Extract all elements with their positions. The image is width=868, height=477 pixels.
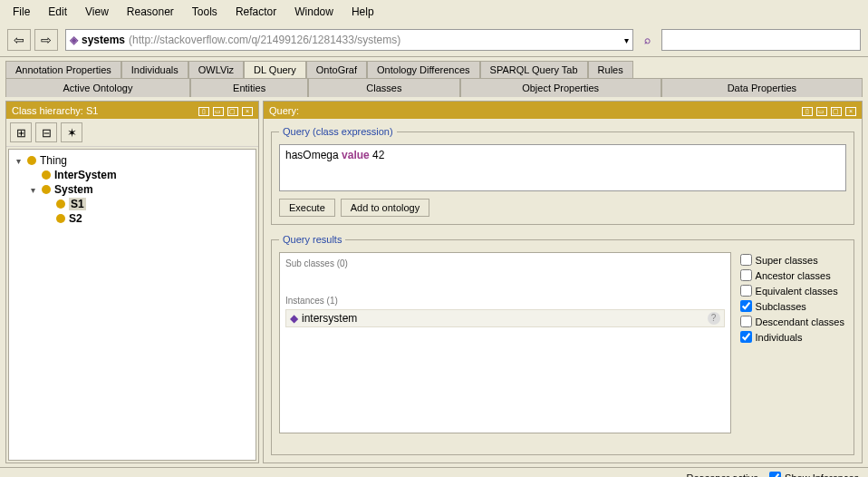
status-bar: Reasoner active Show Inferences	[0, 467, 868, 477]
check-descendant-classes[interactable]: Descendant classes	[740, 316, 844, 327]
check-label: Subclasses	[756, 301, 806, 312]
checkbox[interactable]	[740, 285, 752, 297]
checkbox[interactable]	[740, 254, 752, 266]
check-equivalent-classes[interactable]: Equivalent classes	[740, 285, 844, 297]
ontology-iri-combo[interactable]: ◈ systems (http://stackoverflow.com/q/21…	[65, 29, 633, 51]
panel-split-icon[interactable]: ▭	[213, 107, 224, 116]
tree-label: InterSystem	[54, 169, 117, 181]
tab-object-properties[interactable]: Object Properties	[460, 78, 661, 97]
ontology-iri: (http://stackoverflow.com/q/21499126/128…	[129, 34, 400, 46]
search-input[interactable]	[661, 29, 861, 51]
menu-view[interactable]: View	[76, 2, 118, 22]
tree-item-s2[interactable]: S2	[13, 211, 252, 226]
show-inferences-checkbox[interactable]	[769, 472, 781, 477]
check-ancestor-classes[interactable]: Ancestor classes	[740, 269, 844, 281]
expander-icon[interactable]: ▾	[13, 156, 24, 166]
explain-icon[interactable]: ?	[708, 312, 720, 325]
checkbox[interactable]	[740, 269, 752, 281]
checkbox[interactable]	[740, 331, 752, 343]
panel-split-icon[interactable]: ▭	[816, 107, 827, 116]
checkbox[interactable]	[740, 316, 752, 327]
nav-row: ⇦ ⇨ ◈ systems (http://stackoverflow.com/…	[0, 24, 868, 57]
tree-label: S2	[69, 212, 82, 225]
query-expression-fieldset: Query (class expression) hasOmega value …	[271, 126, 854, 225]
class-hierarchy-panel: Class hierarchy: S1 ▯ ▭ ▢ × ⊞ ⊟ ✶ ▾Thing…	[5, 101, 259, 463]
class-icon	[56, 214, 65, 223]
check-label: Equivalent classes	[756, 286, 838, 297]
menu-window[interactable]: Window	[285, 2, 342, 22]
query-panel-title: Query:	[269, 105, 801, 116]
add-sibling-button[interactable]: ⊟	[35, 122, 57, 142]
menu-file[interactable]: File	[4, 2, 39, 22]
tree-item-thing[interactable]: ▾Thing	[13, 153, 252, 168]
tab-row-lower: Active Ontology Entities Classes Object …	[0, 78, 868, 97]
tab-row-upper: Annotation Properties Individuals OWLViz…	[0, 61, 868, 78]
query-expression-legend: Query (class expression)	[279, 126, 397, 137]
check-label: Individuals	[756, 332, 803, 343]
class-icon	[27, 156, 36, 165]
check-subclasses[interactable]: Subclasses	[740, 300, 844, 312]
panel-header-icons: ▯ ▭ ▢ ×	[198, 104, 253, 116]
individual-icon: ◆	[290, 312, 298, 325]
expander-icon[interactable]: ▾	[27, 185, 38, 195]
instance-row[interactable]: ◆ intersystem ?	[285, 309, 725, 327]
instance-label: intersystem	[302, 312, 357, 325]
ontology-name: systems	[82, 34, 125, 46]
panel-close-icon[interactable]: ×	[845, 107, 856, 116]
menu-help[interactable]: Help	[342, 2, 383, 22]
check-individuals[interactable]: Individuals	[740, 331, 844, 343]
tab-data-properties[interactable]: Data Properties	[661, 78, 863, 97]
checkbox[interactable]	[740, 300, 752, 312]
tab-rules[interactable]: Rules	[588, 61, 633, 78]
check-super-classes[interactable]: Super classes	[740, 254, 844, 266]
tree-item-system[interactable]: ▾System	[13, 182, 252, 197]
tab-active-ontology[interactable]: Active Ontology	[5, 78, 190, 97]
ontology-icon: ◈	[70, 34, 78, 46]
panel-max-icon[interactable]: ▢	[227, 107, 238, 116]
nav-forward-button[interactable]: ⇨	[34, 29, 58, 51]
tree-label: S1	[69, 198, 86, 210]
tree-item-s1[interactable]: S1	[13, 197, 252, 211]
delete-class-button[interactable]: ✶	[61, 122, 82, 142]
tab-ontology-differences[interactable]: Ontology Differences	[367, 61, 480, 78]
tab-sparql-query[interactable]: SPARQL Query Tab	[480, 61, 588, 78]
tab-annotation-properties[interactable]: Annotation Properties	[5, 61, 121, 78]
show-inferences-toggle[interactable]: Show Inferences	[769, 472, 859, 477]
nav-back-button[interactable]: ⇦	[7, 29, 31, 51]
menubar: File Edit View Reasoner Tools Refactor W…	[0, 0, 868, 24]
tree-label: System	[54, 183, 93, 196]
tab-classes[interactable]: Classes	[308, 78, 459, 97]
tab-dl-query[interactable]: DL Query	[244, 61, 306, 78]
tab-owlviz[interactable]: OWLViz	[188, 61, 244, 78]
query-results-legend: Query results	[279, 234, 345, 245]
chevron-down-icon[interactable]: ▾	[624, 35, 629, 45]
search-icon[interactable]: ⌕	[641, 34, 654, 46]
check-label: Ancestor classes	[756, 270, 831, 281]
add-to-ontology-button[interactable]: Add to ontology	[341, 199, 429, 217]
menu-reasoner[interactable]: Reasoner	[118, 2, 183, 22]
menu-refactor[interactable]: Refactor	[227, 2, 285, 22]
show-inferences-label: Show Inferences	[785, 472, 859, 478]
class-hierarchy-title: Class hierarchy: S1	[12, 105, 198, 116]
check-label: Descendant classes	[756, 316, 844, 327]
panel-close-icon[interactable]: ×	[242, 107, 253, 116]
query-panel: Query: ▯ ▭ ▢ × Query (class expression) …	[263, 101, 863, 463]
panel-pin-icon[interactable]: ▯	[198, 107, 209, 116]
class-tree[interactable]: ▾ThingInterSystem▾SystemS1S2	[8, 149, 256, 461]
reasoner-status: Reasoner active	[687, 472, 759, 478]
query-expression-input[interactable]: hasOmega value 42	[279, 144, 846, 191]
menu-edit[interactable]: Edit	[39, 2, 76, 22]
panel-pin-icon[interactable]: ▯	[802, 107, 813, 116]
execute-button[interactable]: Execute	[279, 199, 335, 217]
add-subclass-button[interactable]: ⊞	[10, 122, 32, 142]
tree-label: Thing	[40, 154, 67, 167]
tab-entities[interactable]: Entities	[190, 78, 308, 97]
panel-max-icon[interactable]: ▢	[831, 107, 842, 116]
tab-individuals[interactable]: Individuals	[121, 61, 188, 78]
menu-tools[interactable]: Tools	[183, 2, 227, 22]
class-hierarchy-header: Class hierarchy: S1 ▯ ▭ ▢ ×	[6, 102, 258, 119]
tab-ontograf[interactable]: OntoGraf	[306, 61, 367, 78]
tree-item-intersystem[interactable]: InterSystem	[13, 168, 252, 182]
results-list[interactable]: Sub classes (0) Instances (1) ◆ intersys…	[279, 252, 731, 433]
hierarchy-toolbar: ⊞ ⊟ ✶	[6, 119, 258, 147]
